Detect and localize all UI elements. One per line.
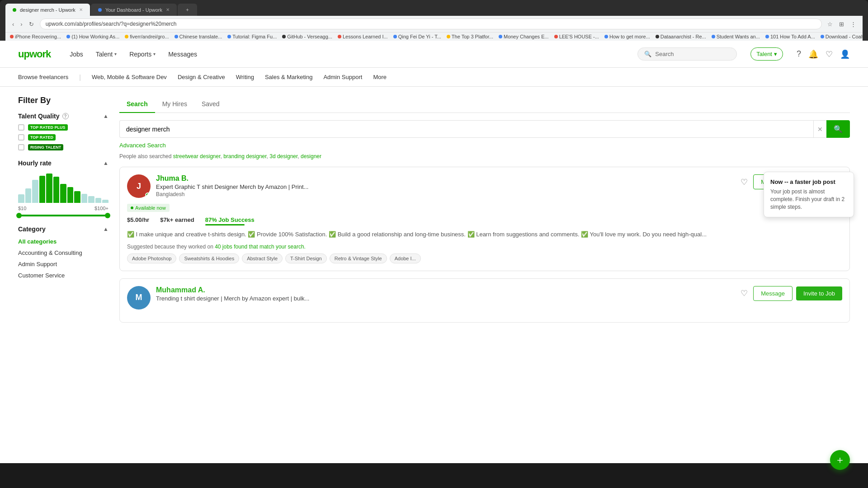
bookmark-10[interactable]: Money Changes E... (499, 34, 549, 39)
help-icon[interactable]: ? (797, 49, 801, 59)
category-accounting[interactable]: Accounting & Consulting (18, 249, 108, 257)
nav-messages[interactable]: Messages (163, 47, 203, 61)
category-admin[interactable]: Admin Support (18, 260, 108, 268)
filter-option-top-rated[interactable]: TOP RATED (18, 134, 108, 141)
freelancer-name-1[interactable]: Jhuma B. (156, 174, 733, 183)
search-bar[interactable]: 🔍 Search (637, 47, 737, 61)
sub-nav-admin[interactable]: Admin Support (323, 72, 362, 82)
nav-reports[interactable]: Reports ▾ (124, 47, 161, 61)
bar-1 (25, 188, 32, 203)
checkbox-top-rated-plus[interactable] (18, 124, 24, 131)
favorite-button-2[interactable]: ♡ (739, 286, 750, 300)
search-input-container: ✕ 🔍 (119, 120, 850, 138)
browser-tab-2[interactable]: Your Dashboard - Upwork ✕ (91, 4, 177, 16)
bookmark-5[interactable]: Tutorial: Figma Fu... (227, 34, 277, 39)
suggestion-streetwear[interactable]: streetwear designer (173, 153, 221, 160)
bookmark-14[interactable]: Student Wants an... (712, 34, 760, 39)
nav-talent[interactable]: Talent ▾ (90, 47, 122, 61)
bookmark-12[interactable]: How to get more... (604, 34, 650, 39)
tab-close-1[interactable]: ✕ (79, 7, 83, 12)
category-customer[interactable]: Customer Service (18, 271, 108, 280)
tooltip-title: Now -- a faster job post (770, 178, 847, 185)
menu-icon[interactable]: ⋮ (849, 20, 858, 28)
search-clear-button[interactable]: ✕ (813, 120, 826, 138)
bookmark-16[interactable]: Download - Coalt... (821, 34, 863, 39)
forward-button[interactable]: › (18, 20, 24, 28)
browser-tab-1[interactable]: designer merch - Upwork ✕ (5, 4, 90, 16)
extensions-icon[interactable]: ⊞ (837, 20, 846, 28)
sub-nav-browse[interactable]: Browse freelancers (18, 72, 68, 82)
bookmark-7[interactable]: Lessons Learned I... (338, 34, 388, 39)
bookmark-11[interactable]: LEE'S HOUSE -... (554, 34, 599, 39)
sub-nav-more[interactable]: More (373, 72, 387, 82)
talent-quality-header[interactable]: Talent Quality ? ▲ (18, 113, 108, 120)
hourly-rate-chevron-icon: ▲ (103, 160, 108, 166)
suggested-link-1[interactable]: 40 jobs found that match your search. (215, 244, 306, 250)
bookmark-4[interactable]: Chinese translate... (175, 34, 222, 39)
search-submit-button[interactable]: 🔍 (826, 120, 850, 138)
search-bar-placeholder: Search (655, 51, 674, 57)
message-button-2[interactable]: Message (753, 286, 793, 301)
suggestion-designer[interactable]: designer (301, 153, 321, 160)
skill-adobe-i[interactable]: Adobe I... (390, 253, 421, 263)
sub-nav-design[interactable]: Design & Creative (178, 72, 225, 82)
new-tab-button[interactable]: ＋ (178, 4, 197, 16)
bookmark-3[interactable]: fiverr/andrei/gro... (125, 34, 169, 39)
tab-close-2[interactable]: ✕ (166, 7, 170, 12)
nav-jobs[interactable]: Jobs (64, 47, 89, 61)
advanced-search-link[interactable]: Advanced Search (119, 142, 166, 149)
freelancer-name-2[interactable]: Muhammad A. (156, 286, 733, 294)
skill-photoshop[interactable]: Adobe Photoshop (127, 253, 176, 263)
suggestion-branding[interactable]: branding designer (223, 153, 266, 160)
filter-option-rising-talent[interactable]: RISING TALENT (18, 144, 108, 150)
bookmark-8[interactable]: Qing Fei De Yi - T... (393, 34, 441, 39)
sub-nav-sales[interactable]: Sales & Marketing (265, 72, 313, 82)
notification-icon[interactable]: 🔔 (808, 49, 818, 59)
favorites-icon[interactable]: ♡ (826, 49, 833, 59)
tab-my-hires[interactable]: My Hires (155, 96, 194, 113)
card-description-1: ✅ I make unique and creative t-shirts de… (127, 230, 842, 239)
favorite-button-1[interactable]: ♡ (739, 175, 750, 189)
suggestion-3d[interactable]: 3d designer (269, 153, 297, 160)
hourly-rate-header[interactable]: Hourly rate ▲ (18, 160, 108, 167)
category-all[interactable]: All categories (18, 237, 108, 246)
upwork-logo[interactable]: upwork (18, 48, 51, 60)
bookmark-9[interactable]: The Top 3 Platfor... (447, 34, 493, 39)
tooltip-text: Your job post is almost complete. Finish… (770, 188, 847, 211)
card-stats-1: $5.00/hr $7k+ earned 87% Job Success (127, 216, 842, 225)
address-bar[interactable] (40, 19, 822, 29)
job-success-bar-1 (205, 224, 245, 225)
bar-0 (18, 194, 24, 203)
talent-dropdown-btn[interactable]: Talent ▾ (750, 47, 783, 61)
search-input[interactable] (119, 120, 813, 138)
checkbox-top-rated[interactable] (18, 134, 24, 141)
skill-sweatshirts[interactable]: Sweatshirts & Hoodies (179, 253, 239, 263)
bookmark-icon[interactable]: ☆ (826, 20, 835, 28)
range-handle-right[interactable] (105, 213, 110, 218)
nav-icons: ? 🔔 ♡ 👤 (797, 49, 850, 59)
sub-nav-web[interactable]: Web, Mobile & Software Dev (92, 72, 167, 82)
sub-nav-writing[interactable]: Writing (236, 72, 254, 82)
skill-retro[interactable]: Retro & Vintage Style (330, 253, 387, 263)
back-button[interactable]: ‹ (10, 20, 16, 28)
tab-search[interactable]: Search (119, 96, 155, 113)
bookmark-6[interactable]: GitHub - Verseagg... (282, 34, 332, 39)
skill-abstract[interactable]: Abstract Style (242, 253, 283, 263)
bookmark-13[interactable]: Dataanarchist - Re... (656, 34, 706, 39)
earned-value-1: $7k+ earned (160, 216, 194, 223)
skill-tshirt[interactable]: T-Shirt Design (285, 253, 327, 263)
account-icon[interactable]: 👤 (840, 49, 850, 59)
talent-quality-info-icon[interactable]: ? (62, 113, 69, 119)
checkbox-rising-talent[interactable] (18, 144, 24, 150)
bookmark-15[interactable]: 101 How To Add A... (765, 34, 815, 39)
tooltip-popup: Now -- a faster job post Your job post i… (764, 172, 854, 217)
bookmark-2[interactable]: (1) How Working As... (66, 34, 119, 39)
hourly-rate-slider[interactable] (18, 215, 108, 216)
filter-option-top-rated-plus[interactable]: TOP RATED PLUS (18, 124, 108, 131)
range-handle-left[interactable] (16, 213, 22, 218)
invite-button-2[interactable]: Invite to Job (796, 286, 842, 300)
category-header[interactable]: Category ▲ (18, 225, 108, 233)
tab-saved[interactable]: Saved (194, 96, 227, 113)
bookmark-1[interactable]: iPhone Recovering... (10, 34, 61, 39)
reload-button[interactable]: ↻ (27, 20, 36, 28)
